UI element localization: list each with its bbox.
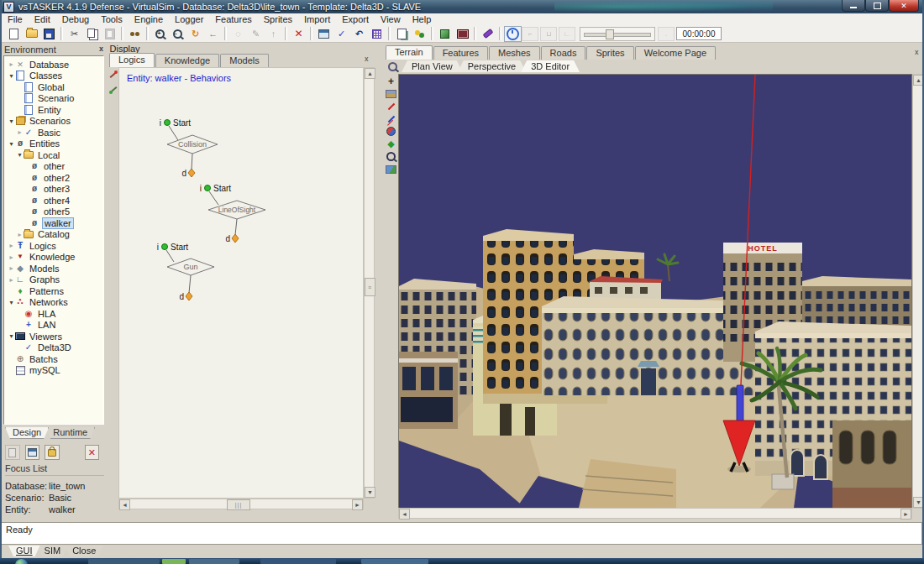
slider-thumb[interactable] <box>606 29 614 39</box>
taskbar-app[interactable] <box>361 559 428 564</box>
tab-design[interactable]: Design <box>5 427 49 439</box>
new-entity-button[interactable] <box>5 445 20 460</box>
tree-item-scenarios[interactable]: ▾Scenarios <box>4 116 103 128</box>
taskbar-app[interactable] <box>88 559 160 564</box>
tree-item-other[interactable]: øother <box>4 161 103 173</box>
start-node[interactable] <box>165 120 171 126</box>
tree-item-scenario-class[interactable]: Scenario <box>4 93 103 105</box>
tree-item-knowledge[interactable]: ▸▼Knowledge <box>4 252 103 264</box>
display-pane-close-button[interactable]: x <box>97 44 105 54</box>
tab-knowledge[interactable]: Knowledge <box>155 54 219 67</box>
sim-stop-button[interactable]: ∟ <box>559 27 575 41</box>
new-button[interactable] <box>5 26 23 42</box>
menu-help[interactable]: Help <box>407 13 438 25</box>
diagram-gun[interactable]: i Start Gun d <box>157 243 214 301</box>
tab-sprites[interactable]: Sprites <box>586 46 633 60</box>
menu-debug[interactable]: Debug <box>56 13 95 25</box>
vertical-scroll-thumb[interactable]: ≡ <box>365 278 375 296</box>
tab-runtime[interactable]: Runtime <box>45 427 95 439</box>
zoom-tool-button[interactable] <box>387 61 398 72</box>
tree-item-basic[interactable]: ▸✓Basic <box>4 127 103 138</box>
move-up-button[interactable]: ↑ <box>265 26 282 42</box>
link-select-button[interactable]: ◌ <box>229 26 247 42</box>
tree-item-patterns[interactable]: ♦Patterns <box>4 285 103 297</box>
tab-terrain[interactable]: Terrain <box>386 45 433 60</box>
draw-blue-line-button[interactable] <box>386 113 396 124</box>
tree-item-hla[interactable]: ◉HLA <box>4 308 103 320</box>
refresh-button[interactable]: ↻ <box>186 26 204 42</box>
expand-expanded-icon[interactable]: ▾ <box>8 140 15 148</box>
output-port[interactable] <box>188 169 195 177</box>
expand-expanded-icon[interactable]: ▾ <box>8 332 15 340</box>
tab-meshes[interactable]: Meshes <box>489 46 540 60</box>
tree-item-batchs[interactable]: ⊕Batchs <box>4 353 103 365</box>
expand-collapsed-icon[interactable]: ▸ <box>8 253 15 261</box>
expand-collapsed-icon[interactable]: ▸ <box>16 128 24 136</box>
copy-button[interactable] <box>83 26 101 42</box>
link-draw-button[interactable]: ✎ <box>247 26 265 42</box>
open-button[interactable] <box>23 26 40 42</box>
tree-item-lan[interactable]: +LAN <box>4 320 103 332</box>
windows-taskbar[interactable] <box>0 558 924 564</box>
expand-expanded-icon[interactable]: ▾ <box>8 72 15 80</box>
build-button[interactable] <box>436 26 454 42</box>
terrain-view-close-button[interactable]: x <box>915 48 919 56</box>
tree-item-other3[interactable]: øother3 <box>4 184 103 196</box>
tab-sim[interactable]: SIM <box>37 546 69 556</box>
tab-welcome-page[interactable]: Welcome Page <box>635 46 716 60</box>
expand-collapsed-icon[interactable]: ▸ <box>8 60 15 68</box>
scroll-right-arrow[interactable]: ► <box>352 499 363 510</box>
sim-step-button[interactable]: ⌐ <box>522 27 538 41</box>
tree-item-entity-class[interactable]: Entity <box>4 104 103 116</box>
pan-button[interactable]: + <box>386 76 396 86</box>
viewport-horizontal-scrollbar[interactable]: ◄ ► <box>398 508 912 519</box>
menu-sprites[interactable]: Sprites <box>258 13 298 25</box>
sim-option-button[interactable]: . <box>658 27 675 41</box>
export-entity-button[interactable] <box>411 26 428 42</box>
sim-pause-button[interactable]: ⊔ <box>540 27 557 41</box>
properties-pane-button[interactable] <box>25 445 40 460</box>
tree-item-local[interactable]: ▾Local <box>4 149 103 161</box>
tree-item-viewers[interactable]: ▾Viewers <box>4 331 103 342</box>
tab-roads[interactable]: Roads <box>541 46 586 60</box>
minimize-button[interactable] <box>842 0 865 12</box>
delete-button[interactable]: ✕ <box>290 26 307 42</box>
terrain-texture-button[interactable] <box>386 88 396 99</box>
zoom-region-button[interactable] <box>386 151 396 162</box>
remove-focus-button[interactable]: ✕ <box>85 445 100 460</box>
circle-tool-button[interactable] <box>386 126 396 137</box>
grid-button[interactable] <box>368 26 386 42</box>
taskbar-app[interactable] <box>260 559 336 564</box>
expand-collapsed-icon[interactable]: ▸ <box>8 276 15 284</box>
expand-expanded-icon[interactable]: ▾ <box>8 299 15 306</box>
expand-collapsed-icon[interactable]: ▸ <box>16 231 24 238</box>
scroll-left-arrow[interactable]: ◄ <box>119 499 130 510</box>
horizontal-scroll-thumb[interactable]: ||| <box>227 499 250 510</box>
tree-item-other4[interactable]: øother4 <box>4 195 103 206</box>
expand-collapsed-icon[interactable]: ▸ <box>8 242 15 249</box>
back-button[interactable]: ← <box>204 26 222 42</box>
undo-button[interactable]: ↶ <box>350 26 368 42</box>
tree-item-classes[interactable]: ▾Classes <box>4 70 103 82</box>
paint-button[interactable] <box>479 26 496 42</box>
image-layer-button[interactable] <box>386 164 396 175</box>
paste-button[interactable] <box>101 26 118 42</box>
tree-item-other5[interactable]: øother5 <box>4 206 103 218</box>
menu-engine[interactable]: Engine <box>129 13 169 25</box>
output-port[interactable] <box>232 234 239 243</box>
scroll-left-arrow[interactable]: ◄ <box>399 509 410 520</box>
menu-edit[interactable]: Edit <box>29 13 56 25</box>
tree-item-other2[interactable]: øother2 <box>4 172 103 184</box>
link-tool-green-icon[interactable] <box>109 86 118 94</box>
3d-viewport[interactable]: HOTEL <box>398 74 912 509</box>
diagram-collision[interactable]: i Start Collision d <box>160 118 218 178</box>
display-horizontal-scrollbar[interactable]: ◄ ||| ► <box>118 499 364 509</box>
menu-features[interactable]: Features <box>209 13 257 25</box>
taskbar-app[interactable] <box>162 559 186 564</box>
expand-collapsed-icon[interactable]: ▸ <box>8 264 15 272</box>
tree-item-logics[interactable]: ▸ŦLogics <box>4 240 103 252</box>
logics-view-close-button[interactable]: x <box>365 55 369 63</box>
expand-expanded-icon[interactable]: ▾ <box>16 151 24 159</box>
start-node[interactable] <box>205 185 211 191</box>
video-button[interactable] <box>454 26 471 42</box>
